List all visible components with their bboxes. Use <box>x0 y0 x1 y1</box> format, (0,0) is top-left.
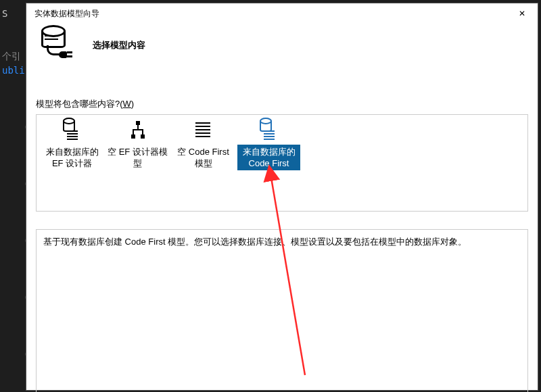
option-label: 空 Code First 模型 <box>172 145 235 170</box>
code-fragment: S <box>2 7 29 21</box>
code-fragment: 0 <box>2 177 29 191</box>
code-fragment: p <box>2 191 29 205</box>
wizard-content: 模型将包含哪些内容?(W) 来自数据库的 EF 设计器 空 EF 设计器模型 空… <box>36 98 528 392</box>
model-content-question: 模型将包含哪些内容?(W) <box>36 98 528 110</box>
ef-designer-db-icon <box>41 119 103 142</box>
close-icon: ✕ <box>519 9 525 18</box>
option-label: 来自数据库的 Code First <box>237 145 300 170</box>
shortcut-key: W <box>123 99 131 109</box>
option-empty-ef-designer[interactable]: 空 EF 设计器模型 <box>106 119 169 170</box>
code-fragment: ubli <box>2 64 29 78</box>
code-fragment: p <box>2 362 29 376</box>
option-description: 基于现有数据库创建 Code First 模型。您可以选择数据库连接、模型设置以… <box>36 229 528 392</box>
code-fragment: [ <box>2 163 29 177</box>
code-fragment: 0 <box>2 234 29 248</box>
option-ef-designer-from-db[interactable]: 来自数据库的 EF 设计器 <box>41 119 103 170</box>
entity-data-model-wizard-dialog: 实体数据模型向导 ✕ 选择模型内容 模型将包含哪些内容?(W) 来自数据库的 E… <box>26 3 538 391</box>
empty-code-first-icon <box>172 119 235 142</box>
option-label: 来自数据库的 EF 设计器 <box>41 145 103 170</box>
model-options-list: 来自数据库的 EF 设计器 空 EF 设计器模型 空 Code First 模型… <box>36 114 528 212</box>
code-fragment: p <box>2 305 29 319</box>
close-button[interactable]: ✕ <box>507 3 538 24</box>
code-fragment: 0 <box>2 120 29 134</box>
empty-designer-icon <box>106 119 169 142</box>
option-label: 空 EF 设计器模型 <box>106 145 169 170</box>
code-fragment: [ <box>2 276 29 291</box>
code-fragment: p <box>2 248 29 262</box>
dialog-title: 实体数据模型向导 <box>34 3 507 24</box>
dialog-title-bar: 实体数据模型向导 ✕ <box>26 3 538 24</box>
code-fragment: p <box>2 134 29 149</box>
option-empty-code-first[interactable]: 空 Code First 模型 <box>172 119 235 170</box>
wizard-step-title: 选择模型内容 <box>93 39 145 51</box>
code-fragment: 0 <box>2 347 29 362</box>
wizard-header: 选择模型内容 <box>26 24 538 70</box>
code-fragment: [ <box>2 106 29 120</box>
code-fragment: [ <box>2 220 29 234</box>
code-fragment: 0 <box>2 291 29 305</box>
database-plug-icon <box>37 26 82 64</box>
option-code-first-from-db[interactable]: 来自数据库的 Code First <box>237 119 300 170</box>
code-fragment: [ <box>2 333 29 347</box>
code-fragment: 个引 <box>2 49 29 64</box>
code-first-db-icon <box>237 119 300 142</box>
